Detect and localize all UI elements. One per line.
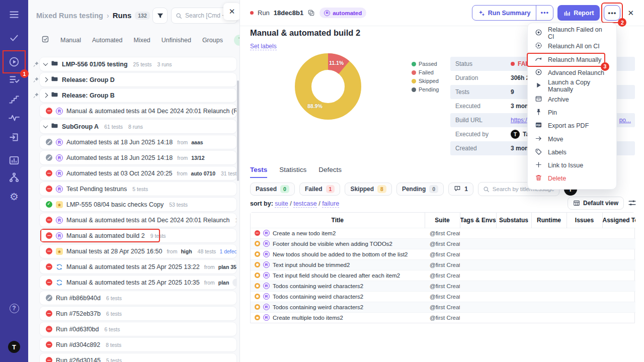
pulse-icon[interactable] xyxy=(8,112,20,124)
run-row[interactable]: *Manual tests at 28 Apr 2025 16:50fromhi… xyxy=(40,244,236,258)
run-row[interactable]: Run #752eb37b6 tests xyxy=(40,307,236,320)
run-row[interactable]: Run #b86b940d6 tests xyxy=(40,291,236,305)
run-row[interactable]: RAutomated tests at 03 Oct 2024 20:25fro… xyxy=(40,166,236,180)
table-row[interactable]: RTodos containing weird characters2@firs… xyxy=(251,291,635,302)
table-row[interactable]: RText input field should be cleared afte… xyxy=(251,270,635,281)
menu-item-relaunch-manually[interactable]: Relaunch Manually3 xyxy=(528,53,616,66)
chevron-right-icon[interactable] xyxy=(43,77,48,82)
run-actions-menu-button[interactable]: ••• xyxy=(604,5,620,21)
table-row[interactable]: RNew todos should be added to the bottom… xyxy=(251,249,635,259)
sort-link-failure[interactable]: failure xyxy=(322,200,339,208)
column-header-runtime[interactable]: Runtime xyxy=(531,213,567,228)
run-row[interactable]: *LMP-555 08/04 basic checks Copy53 tests xyxy=(40,198,236,211)
breadcrumb-project[interactable]: Mixed Runs testing xyxy=(36,12,103,20)
sort-link-testcase[interactable]: testcase xyxy=(293,200,317,208)
table-row[interactable]: RTodos containing weird characters2@firs… xyxy=(251,302,635,312)
comments-chip[interactable]: 1 xyxy=(448,183,473,196)
folder-row[interactable]: Release: Group B xyxy=(40,88,236,102)
column-header-suite[interactable]: Suite xyxy=(425,213,460,228)
column-header-title[interactable]: Title xyxy=(251,213,425,228)
tab-defects[interactable]: Defects xyxy=(318,166,342,178)
run-row[interactable]: RTest Pending testruns5 tests xyxy=(40,182,236,196)
scrollbar[interactable] xyxy=(237,80,239,181)
column-header-assigned-to[interactable]: Assigned To xyxy=(602,213,635,228)
menu-item-export-as-pdf[interactable]: PDFExport as PDF xyxy=(528,119,616,132)
run-row[interactable]: RManual & automated tests at 04 Dec 2024… xyxy=(40,213,236,227)
build-url-link-end[interactable]: po... xyxy=(619,117,631,124)
menu-item-relaunch-all-on-ci[interactable]: Relaunch All on CI xyxy=(528,40,616,53)
select-all-icon[interactable] xyxy=(41,35,49,45)
folder-row[interactable]: SubGroup A61 tests8 runs xyxy=(40,120,236,133)
folder-row[interactable]: Release: Group D xyxy=(40,73,236,86)
column-header-issues[interactable]: Issues xyxy=(567,213,602,228)
run-row[interactable]: Run #0d63f0bd6 tests xyxy=(40,322,236,336)
play-icon[interactable] xyxy=(8,56,20,68)
tab-today-chip[interactable]: To xyxy=(234,35,239,46)
tab-groups[interactable]: Groups xyxy=(202,37,223,44)
column-header-tags-envs[interactable]: Tags & Envs xyxy=(460,213,496,228)
menu-icon[interactable] xyxy=(8,9,20,21)
chevron-right-icon[interactable] xyxy=(43,93,48,98)
run-row[interactable]: Run #d304c8928 tests xyxy=(40,338,236,351)
filter-chip-failed[interactable]: Failed1 xyxy=(299,183,341,196)
default-view-button[interactable]: Default view xyxy=(568,197,624,210)
bar-chart-icon[interactable] xyxy=(8,154,20,166)
gear-icon[interactable]: ⚙ xyxy=(8,191,20,203)
branch-icon[interactable] xyxy=(8,171,20,184)
table-row[interactable]: RCreate a new todo item2@first Create ..… xyxy=(251,228,635,238)
list-check-icon[interactable] xyxy=(8,73,20,85)
run-row[interactable]: Run #26d301455 tests xyxy=(40,353,236,362)
sort-link-suite[interactable]: suite xyxy=(275,200,288,208)
table-row[interactable]: RFooter should be visible when adding TO… xyxy=(251,238,635,249)
copy-icon[interactable] xyxy=(307,9,315,17)
table-row[interactable]: RTodos containing weird characters2@firs… xyxy=(251,281,635,291)
menu-item-launch-a-copy-manually[interactable]: Launch a Copy Manually xyxy=(528,79,616,93)
folders-icon[interactable] xyxy=(8,322,20,334)
check-icon[interactable] xyxy=(8,32,20,44)
defects-count[interactable]: 1 defects xyxy=(219,248,236,254)
filter-chip-skipped[interactable]: Skipped8 xyxy=(345,183,392,196)
chevron-down-icon[interactable] xyxy=(43,123,48,128)
tab-automated[interactable]: Automated xyxy=(92,37,122,44)
menu-item-archive[interactable]: Archive xyxy=(528,93,616,106)
run-row[interactable]: Manual & automated tests at 25 Apr 2025 … xyxy=(40,276,236,289)
sign-in-icon[interactable] xyxy=(8,131,20,143)
folder-row[interactable]: LMP-556 01/05 testing25 tests3 runs xyxy=(40,57,236,71)
set-labels-link[interactable]: Set labels xyxy=(250,43,277,50)
run-row[interactable]: Manual & automated tests at 25 Apr 2025 … xyxy=(40,260,236,274)
avatar-icon[interactable]: T xyxy=(8,341,20,353)
menu-item-relaunch-failed-on-ci[interactable]: Relaunch Failed on CI xyxy=(528,27,616,40)
run-row[interactable]: RAutomated tests at 18 Jun 2025 14:18fro… xyxy=(40,151,236,164)
run-row[interactable]: RAutomated tests at 18 Jun 2025 14:18fro… xyxy=(40,135,236,149)
run-summary-button[interactable]: Run Summary ••• xyxy=(472,5,553,21)
breadcrumb-section[interactable]: Runs xyxy=(113,11,132,20)
menu-item-labels[interactable]: Labels xyxy=(528,146,616,159)
menu-item-pin[interactable]: Pin xyxy=(528,106,616,119)
menu-item-link-to-issue[interactable]: Link to Issue xyxy=(528,159,616,172)
table-row[interactable]: RText input should be trimmed2@first Cre… xyxy=(251,259,635,270)
report-button[interactable]: Report xyxy=(557,5,600,21)
run-row[interactable]: RManual & automated tests at 04 Dec 2024… xyxy=(40,104,236,118)
tab-tests[interactable]: Tests xyxy=(250,166,267,178)
column-header-substatus[interactable]: Substatus xyxy=(496,213,531,228)
filter-button[interactable] xyxy=(152,8,168,24)
filter-chip-pending[interactable]: Pending0 xyxy=(396,183,444,196)
chevron-down-icon[interactable] xyxy=(43,61,48,66)
tab-mixed[interactable]: Mixed xyxy=(133,37,150,44)
tab-unfinished[interactable]: Unfinished xyxy=(162,37,191,44)
tab-manual[interactable]: Manual xyxy=(60,37,81,44)
view-settings-icon[interactable] xyxy=(628,199,637,208)
tab-statistics[interactable]: Statistics xyxy=(279,166,306,178)
panel-close-button[interactable]: ✕ xyxy=(223,3,240,20)
menu-item-move[interactable]: Move xyxy=(528,132,616,145)
run-summary-more-button[interactable]: ••• xyxy=(536,6,553,20)
run-row[interactable]: RManual & automated build 29 tests xyxy=(40,229,236,242)
help-icon[interactable]: ? xyxy=(8,302,20,314)
filter-chip-passed[interactable]: Passed0 xyxy=(250,183,295,196)
sort-prefix: sort by: xyxy=(250,200,273,207)
close-detail-button[interactable]: ✕ xyxy=(624,7,637,20)
table-row[interactable]: RCreate multiple todo items2@first Creat… xyxy=(251,312,635,323)
steps-icon[interactable] xyxy=(8,94,20,106)
menu-item-delete[interactable]: Delete xyxy=(528,172,616,185)
build-url-link[interactable]: https:/ xyxy=(511,117,527,124)
